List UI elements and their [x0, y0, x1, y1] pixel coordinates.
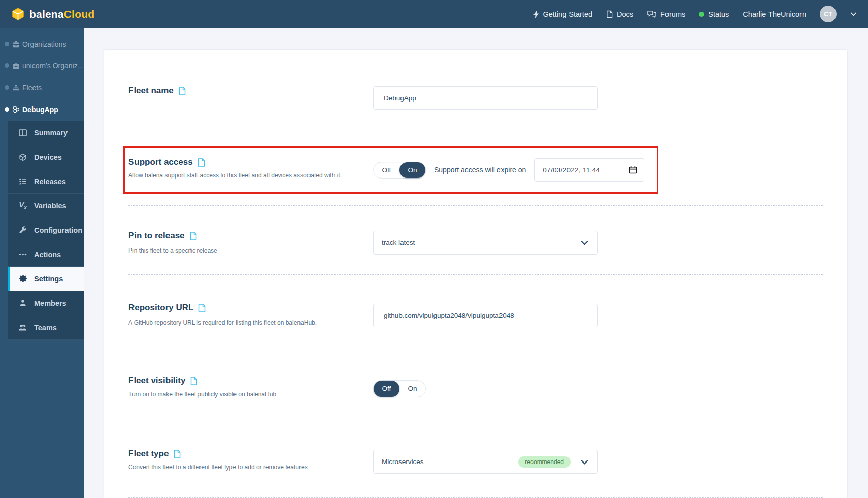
fleet-visibility-section: Fleet visibility Turn on to make the fle…	[128, 350, 823, 425]
pin-to-release-section: Pin to release Pin this fleet to a speci…	[128, 206, 823, 275]
sidebar-item-members[interactable]: Members	[8, 291, 84, 315]
balena-cube-icon	[11, 7, 25, 21]
chevron-down-icon	[581, 459, 588, 465]
menu-label: Variables	[34, 202, 66, 210]
repository-url-title: Repository URL	[128, 303, 193, 313]
note-icon[interactable]	[198, 304, 206, 312]
briefcase-icon	[12, 62, 20, 69]
toggle-off-option[interactable]: Off	[374, 162, 399, 178]
sidebar-item-organizations[interactable]: Organizations	[0, 33, 84, 55]
brand-secondary: Cloud	[64, 8, 94, 20]
brand-text: balenaCloud	[29, 8, 94, 20]
fleet-type-value: Microservices	[382, 458, 518, 466]
fleet-type-section: Fleet type Convert this fleet to a diffe…	[128, 425, 823, 498]
pin-to-release-subtitle: Pin this fleet to a specific release	[128, 247, 217, 254]
fleet-visibility-toggle[interactable]: Off On	[373, 380, 426, 397]
chevron-down-icon	[581, 240, 588, 245]
menu-label: Members	[34, 299, 66, 307]
top-navbar: balenaCloud Getting Started Docs Forums …	[0, 0, 868, 28]
repository-url-section: Repository URL A GitHub repository URL i…	[128, 275, 823, 350]
sidebar-item-configuration[interactable]: Configuration	[8, 218, 84, 242]
note-icon[interactable]	[198, 158, 205, 167]
sidebar-item-settings[interactable]: Settings	[8, 267, 84, 291]
forums-label: Forums	[660, 10, 685, 18]
people-icon	[18, 324, 27, 331]
sidebar-item-fleets[interactable]: Fleets	[0, 77, 84, 98]
expire-datetime-input[interactable]: 07/03/2022, 11:44	[534, 158, 644, 182]
fleet-settings-card: Fleet name Support access Allow balena s…	[104, 49, 848, 498]
fleet-name-input[interactable]	[373, 86, 598, 110]
releases-list-icon	[18, 177, 27, 185]
summary-icon	[18, 129, 27, 136]
repository-url-subtitle: A GitHub repository URL is required for …	[128, 319, 317, 326]
breadcrumb-label: unicorn’s Organiz…	[22, 62, 82, 70]
sidebar-item-summary[interactable]: Summary	[8, 121, 84, 145]
note-icon[interactable]	[179, 87, 186, 95]
sidebar-item-unicorns-organization[interactable]: unicorn’s Organiz…	[0, 55, 84, 77]
fleet-visibility-title: Fleet visibility	[128, 376, 185, 386]
brand-primary: balena	[29, 8, 64, 20]
status-label: Status	[708, 10, 729, 18]
lightning-icon	[533, 10, 539, 18]
repository-url-input[interactable]	[373, 304, 598, 327]
menu-label: Configuration	[34, 226, 82, 234]
note-icon[interactable]	[174, 450, 181, 458]
menu-label: Devices	[34, 153, 62, 161]
avatar[interactable]: CT	[820, 6, 837, 22]
sidebar-item-variables[interactable]: Vx Variables	[8, 194, 84, 218]
expire-label: Support access will expire on	[434, 166, 526, 174]
sidebar: Organizations unicorn’s Organiz… Fleets …	[0, 28, 84, 498]
forums-link[interactable]: Forums	[647, 10, 685, 18]
breadcrumb-dot	[5, 42, 9, 46]
balena-logo[interactable]: balenaCloud	[11, 7, 94, 21]
note-icon[interactable]	[190, 377, 197, 385]
status-link[interactable]: Status	[699, 10, 729, 18]
cubes-icon	[12, 105, 20, 113]
device-cube-icon	[18, 153, 27, 161]
docs-link[interactable]: Docs	[606, 10, 633, 18]
ellipsis-icon	[18, 253, 27, 256]
menu-label: Teams	[34, 324, 57, 332]
breadcrumb-label: DebugApp	[22, 105, 58, 114]
sidebar-item-releases[interactable]: Releases	[8, 169, 84, 194]
toggle-on-option[interactable]: On	[399, 381, 425, 397]
getting-started-link[interactable]: Getting Started	[533, 10, 593, 18]
sidebar-item-actions[interactable]: Actions	[8, 242, 84, 267]
menu-label: Settings	[34, 275, 63, 283]
fleet-menu: Summary Devices Releases Vx Variables Co…	[8, 121, 84, 340]
support-access-toggle[interactable]: Off On	[373, 162, 426, 179]
pin-to-release-title: Pin to release	[128, 231, 185, 241]
support-access-title: Support access	[128, 157, 193, 167]
briefcase-icon	[12, 41, 20, 48]
variables-icon: Vx	[18, 201, 27, 210]
fleet-type-subtitle: Convert this fleet to a different fleet …	[128, 464, 308, 471]
expire-datetime-value: 07/03/2022, 11:44	[543, 166, 600, 174]
support-access-subtitle: Allow balena support staff access to thi…	[128, 172, 342, 179]
breadcrumb-dot	[5, 107, 9, 112]
sidebar-item-devices[interactable]: Devices	[8, 145, 84, 169]
pin-to-release-select[interactable]: track latest	[373, 231, 598, 255]
pin-to-release-value: track latest	[382, 239, 581, 246]
menu-label: Summary	[34, 129, 68, 137]
sidebar-item-teams[interactable]: Teams	[8, 315, 84, 340]
status-dot-icon	[699, 12, 704, 17]
person-icon	[18, 299, 27, 307]
avatar-initials: CT	[824, 11, 832, 18]
breadcrumb-dot	[5, 85, 9, 90]
breadcrumb-label: Fleets	[22, 84, 42, 92]
chevron-down-icon[interactable]	[850, 12, 857, 16]
note-icon[interactable]	[190, 232, 197, 240]
recommended-badge: recommended	[518, 456, 571, 468]
fleet-type-select[interactable]: Microservices recommended	[373, 450, 598, 474]
calendar-icon[interactable]	[629, 166, 637, 174]
menu-label: Actions	[34, 251, 61, 259]
chat-icon	[647, 10, 656, 18]
getting-started-label: Getting Started	[543, 10, 593, 18]
support-access-section: Support access Allow balena support staf…	[128, 131, 823, 206]
toggle-off-option[interactable]: Off	[374, 381, 399, 397]
sidebar-item-debugapp[interactable]: DebugApp	[0, 98, 84, 120]
user-name: Charlie TheUnicorn	[743, 10, 806, 18]
user-menu[interactable]: Charlie TheUnicorn	[743, 10, 806, 18]
toggle-on-option[interactable]: On	[399, 162, 425, 178]
wrench-icon	[18, 226, 27, 234]
